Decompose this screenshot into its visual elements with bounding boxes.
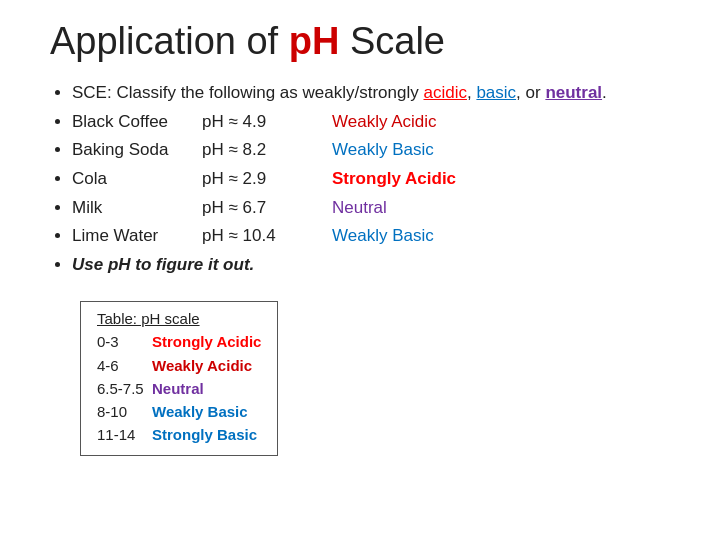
item-baking-soda: Baking Soda pH ≈ 8.2 Weakly Basic [72, 138, 680, 163]
item-class-black-coffee: Weakly Acidic [332, 110, 437, 135]
item-ph-milk: pH ≈ 6.7 [202, 196, 332, 221]
sce-basic: basic [476, 83, 516, 102]
table-title: Table: pH scale [97, 310, 261, 327]
sce-comma2: , or [516, 83, 545, 102]
item-cola: Cola pH ≈ 2.9 Strongly Acidic [72, 167, 680, 192]
item-name-baking-soda: Baking Soda [72, 138, 202, 163]
sce-text: SCE: Classify the following as weakly/st… [72, 83, 607, 102]
sce-suffix: . [602, 83, 607, 102]
item-class-lime-water: Weakly Basic [332, 224, 434, 249]
table-range-0-3: 0-3 [97, 330, 152, 353]
use-ph-text: Use pH to figure it out. [72, 255, 254, 274]
table-label-11-14: Strongly Basic [152, 423, 257, 446]
sce-comma1: , [467, 83, 476, 102]
ph-scale-table: Table: pH scale 0-3 Strongly Acidic 4-6 … [80, 301, 278, 455]
item-class-baking-soda: Weakly Basic [332, 138, 434, 163]
item-class-milk: Neutral [332, 196, 387, 221]
item-name-black-coffee: Black Coffee [72, 110, 202, 135]
table-label-0-3: Strongly Acidic [152, 330, 261, 353]
item-ph-lime-water: pH ≈ 10.4 [202, 224, 332, 249]
sce-item: SCE: Classify the following as weakly/st… [72, 81, 680, 106]
item-name-milk: Milk [72, 196, 202, 221]
item-lime-water: Lime Water pH ≈ 10.4 Weakly Basic [72, 224, 680, 249]
table-label-8-10: Weakly Basic [152, 400, 248, 423]
title-prefix: Application of [50, 20, 289, 62]
title-suffix: Scale [339, 20, 445, 62]
table-row-6-5-7-5: 6.5-7.5 Neutral [97, 377, 261, 400]
item-milk: Milk pH ≈ 6.7 Neutral [72, 196, 680, 221]
item-black-coffee: Black Coffee pH ≈ 4.9 Weakly Acidic [72, 110, 680, 135]
table-label-4-6: Weakly Acidic [152, 354, 252, 377]
page-title: Application of pH Scale [50, 20, 680, 63]
use-ph-item: Use pH to figure it out. [72, 253, 680, 278]
sce-prefix: SCE: Classify the following as weakly/st… [72, 83, 423, 102]
table-label-6-5-7-5: Neutral [152, 377, 204, 400]
sce-neutral: neutral [545, 83, 602, 102]
bullet-list: SCE: Classify the following as weakly/st… [50, 81, 680, 277]
table-range-11-14: 11-14 [97, 423, 152, 446]
table-range-8-10: 8-10 [97, 400, 152, 423]
table-range-4-6: 4-6 [97, 354, 152, 377]
main-content: SCE: Classify the following as weakly/st… [50, 81, 680, 456]
page: Application of pH Scale SCE: Classify th… [0, 0, 720, 540]
item-ph-black-coffee: pH ≈ 4.9 [202, 110, 332, 135]
table-row-8-10: 8-10 Weakly Basic [97, 400, 261, 423]
item-ph-cola: pH ≈ 2.9 [202, 167, 332, 192]
title-highlight: pH [289, 20, 340, 62]
table-row-4-6: 4-6 Weakly Acidic [97, 354, 261, 377]
item-name-cola: Cola [72, 167, 202, 192]
sce-acidic: acidic [423, 83, 466, 102]
item-name-lime-water: Lime Water [72, 224, 202, 249]
table-range-6-5-7-5: 6.5-7.5 [97, 377, 152, 400]
item-ph-baking-soda: pH ≈ 8.2 [202, 138, 332, 163]
table-row-11-14: 11-14 Strongly Basic [97, 423, 261, 446]
item-class-cola: Strongly Acidic [332, 167, 456, 192]
table-row-0-3: 0-3 Strongly Acidic [97, 330, 261, 353]
